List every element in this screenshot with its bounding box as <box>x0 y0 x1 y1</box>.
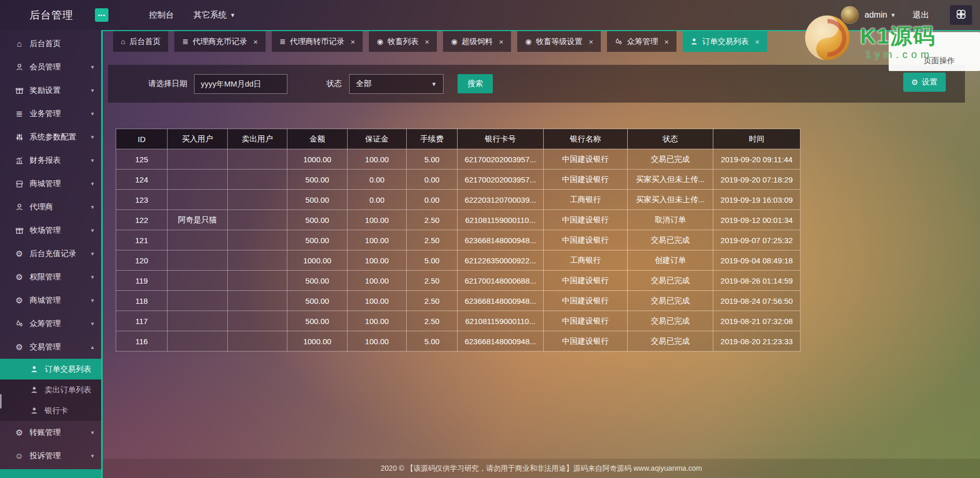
table-header-cell: 状态 <box>628 129 713 149</box>
table-cell <box>228 149 287 170</box>
table-cell: 买家买入但未上传... <box>628 170 713 190</box>
table-cell: 2019-09-07 07:25:32 <box>713 230 800 250</box>
tab-牧畜列表[interactable]: ◉牧畜列表× <box>369 31 437 52</box>
tab-后台首页[interactable]: ⌂后台首页 <box>113 31 168 52</box>
tab-超级饲料[interactable]: ◉超级饲料× <box>443 31 511 52</box>
chevron-down-icon: ▾ <box>91 250 94 257</box>
table-cell: 0.00 <box>348 170 407 190</box>
date-input[interactable] <box>201 79 281 88</box>
table-cell: 买家买入但未上传... <box>628 190 713 210</box>
sidebar-item-label: 代理商 <box>30 202 53 212</box>
chevron-down-icon: ▾ <box>91 204 94 210</box>
table-cell: 500.00 <box>287 291 348 311</box>
close-icon[interactable]: × <box>253 37 258 46</box>
tab-代理商转币记录[interactable]: ≣代理商转币记录× <box>272 31 363 52</box>
sidebar-item[interactable]: 财务报表▾ <box>0 149 101 172</box>
search-button[interactable]: 搜索 <box>458 74 493 93</box>
tab-代理商充币记录[interactable]: ≣代理商充币记录× <box>174 31 266 52</box>
sidebar-item[interactable]: ☺投诉管理▾ <box>0 444 101 468</box>
page-operations-label: 页面操作 <box>923 56 955 66</box>
table-header-cell: 卖出用户 <box>228 129 287 149</box>
chart-icon <box>13 157 25 164</box>
close-icon[interactable]: × <box>499 37 504 46</box>
table-cell: 中国建设银行 <box>544 271 628 291</box>
table-cell <box>228 331 287 352</box>
table-cell: 100.00 <box>348 149 407 170</box>
chevron-down-icon: ▼ <box>431 81 437 87</box>
sidebar-item[interactable]: 商城管理▾ <box>0 172 101 195</box>
admin-page: 后台管理 ••• 控制台 其它系统 ▼ admin ▼ 退出 <box>0 0 980 478</box>
user-filled-icon <box>29 365 40 373</box>
drops-icon <box>13 320 25 328</box>
nav-other-systems-menu[interactable]: 其它系统 ▼ <box>194 10 236 21</box>
status-select[interactable]: 全部 ▼ <box>349 74 444 94</box>
table-cell: 119 <box>116 271 168 291</box>
table-header-cell: ID <box>116 129 168 149</box>
page-operations-button[interactable]: ∨ 页面操作 <box>889 32 980 71</box>
table-cell: 2.50 <box>407 210 458 230</box>
table-header-cell: 金额 <box>287 129 348 149</box>
sidebar-item[interactable]: 系统参数配置▾ <box>0 125 101 149</box>
sidebar-item[interactable]: 银行卡 <box>0 400 101 421</box>
sidebar-item[interactable]: 会员管理▾ <box>0 55 101 79</box>
drops-icon <box>615 38 623 46</box>
nav-console-link[interactable]: 控制台 <box>149 10 174 21</box>
sidebar-item[interactable]: ⚙权限管理▾ <box>0 265 101 289</box>
sidebar-item-label: 商城管理 <box>30 296 61 305</box>
sidebar-toggle-button[interactable]: ••• <box>95 8 108 22</box>
sidebar-item[interactable]: ⚙后台充值记录▾ <box>0 242 101 265</box>
table-cell: 0.00 <box>348 190 407 210</box>
navbar-right: admin ▼ 退出 <box>841 5 980 25</box>
table-cell <box>228 271 287 291</box>
sidebar-item[interactable]: 牧场管理▾ <box>0 219 101 242</box>
sidebar-item[interactable]: 订单交易列表 <box>0 359 101 379</box>
sidebar-item-label: 商城管理 <box>30 179 61 189</box>
sidebar-item[interactable]: ⌂后台首页 <box>0 32 101 55</box>
table-cell: 中国建设银行 <box>544 291 628 311</box>
table-cell: 2019-08-20 21:23:33 <box>713 331 800 352</box>
chevron-down-icon: ▾ <box>91 157 94 164</box>
sidebar-item[interactable]: 奖励设置▾ <box>0 79 101 102</box>
table-cell: 2019-09-04 08:49:18 <box>713 250 800 271</box>
radio-icon: ◉ <box>451 37 457 46</box>
user-filled-icon <box>29 407 40 414</box>
avatar[interactable] <box>841 6 859 24</box>
theme-switcher-button[interactable] <box>950 5 972 25</box>
table-cell: 621081159000110... <box>458 210 544 230</box>
table-header-cell: 银行名称 <box>544 129 628 149</box>
close-icon[interactable]: × <box>755 37 760 46</box>
username-label: admin <box>865 10 888 20</box>
table-cell: 取消订单 <box>628 210 713 230</box>
user-menu[interactable]: admin ▼ <box>865 10 896 20</box>
table-header-cell: 时间 <box>713 129 800 149</box>
sidebar-item[interactable]: ≣业务管理▾ <box>0 102 101 125</box>
table-row: 121500.00100.002.50623668148000948...中国建… <box>116 230 800 250</box>
sidebar-item[interactable]: ⚙转账管理▾ <box>0 421 101 444</box>
table-cell <box>168 230 228 250</box>
chevron-up-icon: ▴ <box>91 344 94 350</box>
table-cell: 阿奇是只猫 <box>168 210 228 230</box>
close-icon[interactable]: × <box>664 37 669 46</box>
tab-众筹管理[interactable]: 众筹管理× <box>607 31 677 52</box>
logout-button[interactable]: 退出 <box>913 10 929 21</box>
sidebar-scrollbar[interactable] <box>0 394 2 409</box>
tab-label: 代理商转币记录 <box>290 37 344 47</box>
status-select-value: 全部 <box>356 79 371 89</box>
table-cell <box>228 210 287 230</box>
tab-订单交易列表[interactable]: 订单交易列表× <box>683 31 767 52</box>
table-cell: 124 <box>116 170 168 190</box>
tab-牧畜等级设置[interactable]: ◉牧畜等级设置× <box>517 31 601 52</box>
sidebar-item[interactable]: ⚙商城管理▾ <box>0 289 101 312</box>
table-cell: 500.00 <box>287 271 348 291</box>
close-icon[interactable]: × <box>589 37 593 46</box>
table-cell: 2019-08-21 07:32:08 <box>713 311 800 331</box>
settings-button[interactable]: ⚙ 设置 <box>903 73 946 92</box>
gear-icon: ⚙ <box>13 296 25 305</box>
sidebar-item[interactable]: 代理商▾ <box>0 195 101 219</box>
close-icon[interactable]: × <box>351 37 355 46</box>
sidebar-item[interactable]: ⚙交易管理▴ <box>0 335 101 359</box>
close-icon[interactable]: × <box>425 37 430 46</box>
sidebar-item[interactable]: 众筹管理▾ <box>0 312 101 335</box>
sidebar-item[interactable]: 卖出订单列表 <box>0 379 101 400</box>
nav-other-systems-label: 其它系统 <box>194 10 227 21</box>
